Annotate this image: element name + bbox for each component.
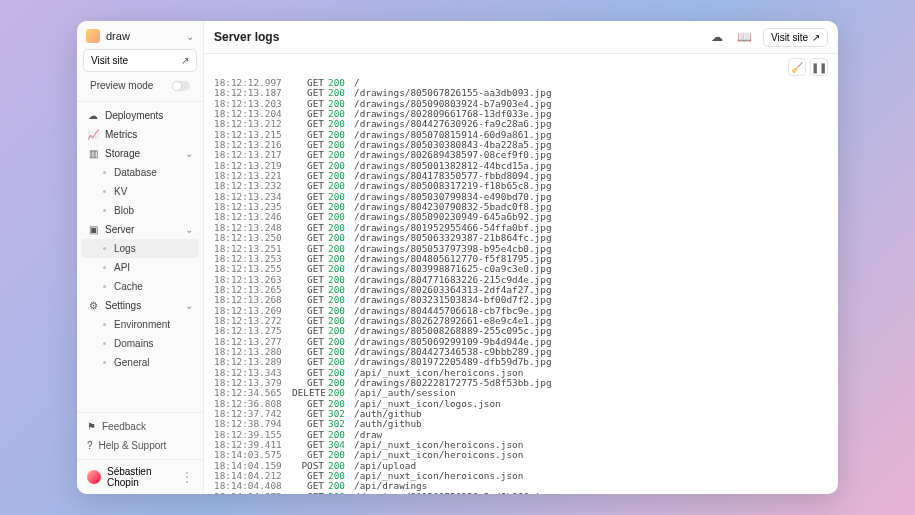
log-method: GET	[292, 492, 324, 494]
nav-item-deployments[interactable]: ☁Deployments	[77, 106, 203, 125]
nav-sub-label: Blob	[114, 205, 134, 216]
settings-icon: ⚙	[87, 300, 99, 311]
bullet-icon	[103, 361, 106, 364]
topbar: Server logs ☁ 📖 Visit site ↗	[204, 21, 838, 54]
log-timestamp: 18:12:13.255	[214, 264, 288, 274]
nav-label: Settings	[105, 300, 179, 311]
bullet-icon	[103, 285, 106, 288]
bullet-icon	[103, 323, 106, 326]
chevron-down-icon: ⌄	[185, 148, 193, 159]
help-link[interactable]: ? Help & Support	[77, 436, 203, 455]
storage-icon: ▥	[87, 148, 99, 159]
bullet-icon	[103, 209, 106, 212]
log-line: 18:12:13.250GET200/drawings/805063329387…	[214, 233, 828, 243]
nav-label: Server	[105, 224, 179, 235]
deploy-icon: ☁	[87, 110, 99, 121]
sidebar: draw ⌄ Visit site ↗ Preview mode ☁Deploy…	[77, 21, 204, 494]
log-line: 18:12:13.268GET200/drawings/803231503834…	[214, 295, 828, 305]
log-timestamp: 18:12:13.250	[214, 233, 288, 243]
nav-item-metrics[interactable]: 📈Metrics	[77, 125, 203, 144]
app-window: draw ⌄ Visit site ↗ Preview mode ☁Deploy…	[77, 21, 838, 494]
nav-sub-label: KV	[114, 186, 127, 197]
log-path: /drawings/803998871625-c0a9c3e0.jpg	[354, 264, 552, 274]
server-icon: ▣	[87, 224, 99, 235]
pause-logs-button[interactable]: ❚❚	[810, 58, 828, 76]
log-status: 200	[328, 295, 350, 305]
nav-sub-api[interactable]: API	[77, 258, 203, 277]
log-path: /drawings/801560756356-5ad9b966.jpg	[354, 492, 552, 494]
nav-sub-database[interactable]: Database	[77, 163, 203, 182]
log-toolbar: 🧹 ❚❚	[204, 54, 838, 78]
metrics-icon: 📈	[87, 129, 99, 140]
nav-sub-label: Database	[114, 167, 157, 178]
log-timestamp: 18:12:13.268	[214, 295, 288, 305]
nav-sub-kv[interactable]: KV	[77, 182, 203, 201]
chevron-down-icon: ⌄	[185, 300, 193, 311]
feedback-label: Feedback	[102, 421, 146, 432]
cloud-icon[interactable]: ☁	[707, 27, 727, 47]
log-output[interactable]: 18:12:12.997GET200/18:12:13.187GET200/dr…	[204, 78, 838, 494]
user-row[interactable]: Sébastien Chopin ⋮	[77, 459, 203, 494]
log-status: 200	[328, 233, 350, 243]
log-line: 18:12:13.255GET200/drawings/803998871625…	[214, 264, 828, 274]
help-label: Help & Support	[99, 440, 167, 451]
nav-sub-logs[interactable]: Logs	[81, 239, 199, 258]
user-name: Sébastien Chopin	[107, 466, 175, 488]
nav-sub-label: Environment	[114, 319, 170, 330]
nav-item-settings[interactable]: ⚙Settings⌄	[77, 296, 203, 315]
feedback-link[interactable]: ⚑ Feedback	[77, 417, 203, 436]
bullet-icon	[103, 190, 106, 193]
nav-sub-label: Domains	[114, 338, 153, 349]
external-link-icon: ↗	[812, 32, 820, 43]
bullet-icon	[103, 342, 106, 345]
log-method: GET	[292, 264, 324, 274]
visit-site-card[interactable]: Visit site ↗	[83, 49, 197, 72]
external-link-icon: ↗	[181, 55, 189, 66]
sidebar-nav: ☁Deployments📈Metrics▥Storage⌄DatabaseKVB…	[77, 104, 203, 412]
nav-sub-environment[interactable]: Environment	[77, 315, 203, 334]
log-method: GET	[292, 233, 324, 243]
nav-item-server[interactable]: ▣Server⌄	[77, 220, 203, 239]
nav-item-storage[interactable]: ▥Storage⌄	[77, 144, 203, 163]
divider	[77, 101, 203, 102]
nav-sub-label: General	[114, 357, 150, 368]
nav-sub-cache[interactable]: Cache	[77, 277, 203, 296]
feedback-icon: ⚑	[87, 421, 96, 432]
main-panel: Server logs ☁ 📖 Visit site ↗ 🧹 ❚❚ 18:12:…	[204, 21, 838, 494]
log-status: 200	[328, 492, 350, 494]
clear-logs-button[interactable]: 🧹	[788, 58, 806, 76]
bullet-icon	[103, 247, 106, 250]
visit-site-button[interactable]: Visit site ↗	[763, 28, 828, 47]
chevron-down-icon: ⌄	[185, 224, 193, 235]
nav-sub-label: API	[114, 262, 130, 273]
project-name: draw	[106, 30, 180, 42]
bullet-icon	[103, 171, 106, 174]
project-selector[interactable]: draw ⌄	[77, 21, 203, 49]
visit-site-label: Visit site	[91, 55, 128, 66]
nav-label: Deployments	[105, 110, 193, 121]
log-timestamp: 18:14:04.873	[214, 492, 288, 494]
nav-label: Storage	[105, 148, 179, 159]
log-path: /drawings/803231503834-bf00d7f2.jpg	[354, 295, 552, 305]
nav-sub-label: Logs	[114, 243, 136, 254]
project-avatar	[86, 29, 100, 43]
docs-icon[interactable]: 📖	[735, 27, 755, 47]
page-title: Server logs	[214, 30, 699, 44]
preview-mode-label: Preview mode	[90, 80, 153, 91]
nav-sub-blob[interactable]: Blob	[77, 201, 203, 220]
log-status: 200	[328, 264, 350, 274]
sidebar-bottom: ⚑ Feedback ? Help & Support	[77, 412, 203, 459]
help-icon: ?	[87, 440, 93, 451]
nav-sub-domains[interactable]: Domains	[77, 334, 203, 353]
nav-label: Metrics	[105, 129, 193, 140]
nav-sub-general[interactable]: General	[77, 353, 203, 372]
preview-mode-toggle[interactable]	[172, 81, 190, 91]
nav-sub-label: Cache	[114, 281, 143, 292]
log-path: /drawings/805063329387-21b864fc.jpg	[354, 233, 552, 243]
visit-site-btn-label: Visit site	[771, 32, 808, 43]
preview-mode-row: Preview mode	[83, 78, 197, 93]
bullet-icon	[103, 266, 106, 269]
user-avatar	[87, 470, 101, 484]
log-method: GET	[292, 295, 324, 305]
more-icon[interactable]: ⋮	[181, 470, 193, 484]
